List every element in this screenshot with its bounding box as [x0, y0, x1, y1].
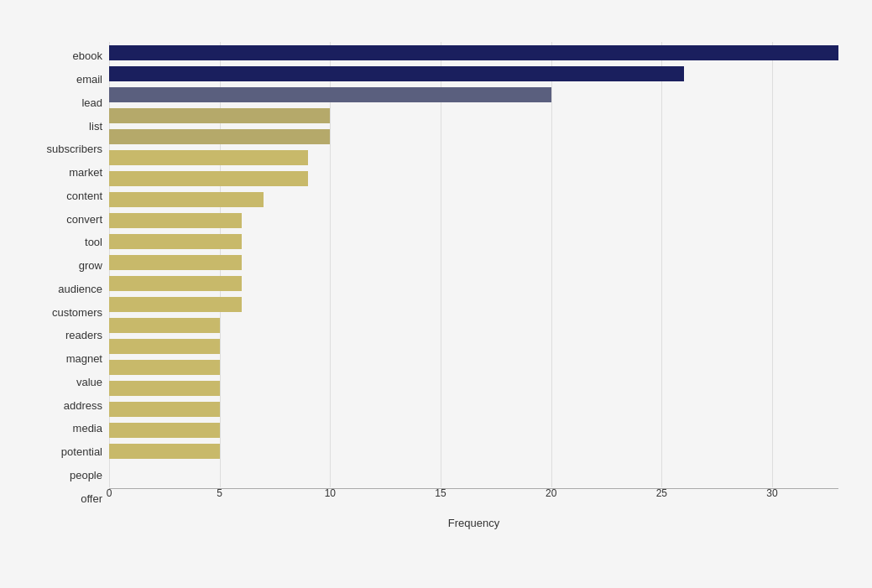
- y-axis-label: grow: [79, 260, 102, 271]
- chart-container: ebookemailleadlistsubscribersmarketconte…: [8, 8, 864, 588]
- bar-row: [109, 127, 838, 146]
- y-axis-label: ebook: [73, 50, 102, 61]
- bar: [109, 360, 220, 375]
- bar-row: [109, 44, 838, 62]
- bar-row: [109, 316, 838, 335]
- bar: [109, 108, 330, 123]
- bar-row: [109, 232, 838, 251]
- bar: [109, 234, 242, 249]
- bar-row: [109, 379, 838, 398]
- y-axis-label: address: [64, 400, 102, 411]
- bar-row: [109, 400, 838, 419]
- x-tick-label: 15: [435, 487, 446, 499]
- bar-row: [109, 421, 838, 440]
- y-axis-label: lead: [81, 97, 102, 108]
- bar: [109, 87, 551, 102]
- y-axis-label: market: [69, 167, 102, 178]
- bar: [109, 402, 220, 417]
- y-axis-label: content: [66, 190, 102, 201]
- bar: [109, 276, 242, 291]
- bar-row: [109, 253, 838, 272]
- bar: [109, 171, 308, 186]
- bar-row: [109, 337, 838, 356]
- bar: [109, 66, 684, 81]
- bar-row: [109, 86, 838, 104]
- y-axis-label: value: [76, 377, 102, 388]
- bar-row: [109, 211, 838, 230]
- y-axis-label: tool: [85, 237, 102, 247]
- y-axis-label: list: [89, 121, 102, 132]
- y-axis-label: media: [73, 423, 102, 434]
- bar-row: [109, 65, 838, 83]
- bar: [109, 255, 242, 270]
- bar: [109, 444, 220, 459]
- x-tick-label: 0: [107, 487, 112, 499]
- x-tick-label: 5: [217, 487, 222, 499]
- bar: [109, 381, 220, 396]
- y-axis-label: offer: [81, 493, 102, 504]
- y-axis-label: customers: [52, 307, 102, 318]
- y-axis-label: email: [76, 74, 102, 85]
- chart-area: ebookemailleadlistsubscribersmarketconte…: [34, 42, 838, 513]
- plot-area: 051015202530Frequency: [109, 42, 838, 513]
- bar-row: [109, 148, 838, 167]
- y-axis-label: convert: [66, 214, 102, 225]
- y-axis-label: people: [70, 470, 102, 481]
- y-axis-label: potential: [61, 446, 102, 457]
- bar-row: [109, 295, 838, 314]
- bar: [109, 129, 330, 144]
- y-axis: ebookemailleadlistsubscribersmarketconte…: [34, 42, 109, 513]
- x-tick-label: 10: [325, 487, 336, 499]
- bar: [109, 423, 220, 438]
- x-tick-label: 25: [656, 487, 667, 499]
- bar: [109, 45, 838, 60]
- bar-row: [109, 274, 838, 293]
- bar: [109, 297, 242, 312]
- bar: [109, 192, 264, 207]
- x-tick-label: 30: [766, 487, 777, 499]
- bar-row: [109, 169, 838, 188]
- bar-row: [109, 190, 838, 209]
- y-axis-label: audience: [58, 284, 102, 294]
- y-axis-label: readers: [65, 330, 102, 341]
- bar: [109, 213, 242, 228]
- bar-row: [109, 107, 838, 125]
- x-axis-label: Frequency: [448, 517, 499, 529]
- bar: [109, 150, 308, 165]
- y-axis-label: subscribers: [47, 143, 102, 154]
- bar-row: [109, 358, 838, 377]
- y-axis-label: magnet: [66, 353, 102, 364]
- bar-row: [109, 442, 838, 461]
- x-tick-label: 20: [546, 487, 556, 499]
- bar: [109, 318, 220, 333]
- x-axis: 051015202530Frequency: [109, 487, 838, 513]
- bar: [109, 339, 220, 354]
